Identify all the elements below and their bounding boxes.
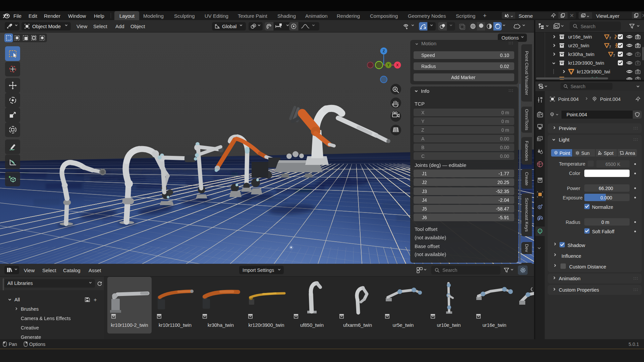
svg-text:Z: Z bbox=[383, 49, 385, 53]
svg-text:Y: Y bbox=[387, 63, 390, 67]
svg-text:X: X bbox=[396, 63, 399, 67]
